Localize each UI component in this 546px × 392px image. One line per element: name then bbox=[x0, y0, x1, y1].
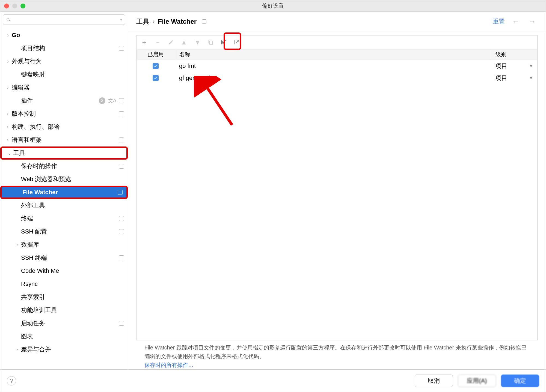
arrow-annotation bbox=[194, 76, 243, 136]
footer: ? 取消 应用(A) 确定 bbox=[0, 369, 546, 392]
sidebar-item[interactable]: ›Web 浏览器和预览 bbox=[0, 173, 128, 186]
level-value: 项目 bbox=[495, 74, 507, 82]
sidebar-item-label: SSH 终端 bbox=[21, 254, 119, 262]
sidebar-item[interactable]: ›Code With Me bbox=[0, 264, 128, 277]
settings-tree[interactable]: ›Go›项目结构›外观与行为›键盘映射›编辑器›插件2文A›版本控制›构建、执行… bbox=[0, 28, 128, 369]
forward-arrow-icon[interactable]: → bbox=[527, 17, 538, 26]
sidebar-item-label: 语言和框架 bbox=[12, 136, 119, 144]
sidebar-item-label: Rsync bbox=[21, 280, 124, 288]
search-input[interactable] bbox=[13, 17, 120, 23]
sidebar-item-label: 终端 bbox=[21, 214, 119, 223]
move-down-button[interactable]: ▼ bbox=[194, 38, 201, 46]
sidebar-item-label: 外部工具 bbox=[21, 201, 124, 210]
copy-button[interactable] bbox=[208, 40, 213, 45]
level-dropdown-icon[interactable]: ▼ bbox=[529, 64, 533, 68]
level-cell[interactable]: 项目▼ bbox=[491, 72, 537, 84]
count-badge: 2 bbox=[99, 97, 105, 104]
chevron-right-icon: › bbox=[13, 347, 21, 352]
move-up-button[interactable]: ▲ bbox=[181, 38, 187, 46]
sidebar-item[interactable]: ›SSH 配置 bbox=[0, 225, 128, 238]
main-header: 工具 › File Watcher 重置 ← → bbox=[128, 12, 546, 31]
col-header-level[interactable]: 级别 bbox=[491, 49, 537, 60]
search-icon bbox=[6, 17, 11, 22]
scope-icon bbox=[119, 216, 124, 221]
sidebar-item[interactable]: ›功能培训工具 bbox=[0, 304, 128, 317]
import-button[interactable] bbox=[221, 39, 227, 45]
chevron-right-icon: › bbox=[13, 242, 21, 247]
sidebar: ▾ ›Go›项目结构›外观与行为›键盘映射›编辑器›插件2文A›版本控制›构建、… bbox=[0, 12, 128, 369]
sidebar-item-label: Go bbox=[12, 32, 124, 39]
apply-button[interactable]: 应用(A) bbox=[458, 375, 496, 387]
enabled-checkbox[interactable] bbox=[153, 63, 159, 69]
sidebar-item-label: 差异与合并 bbox=[21, 345, 124, 354]
sidebar-item[interactable]: ›编辑器 bbox=[0, 81, 128, 94]
svg-line-0 bbox=[205, 84, 232, 125]
sidebar-item[interactable]: ›语言和框架 bbox=[0, 133, 128, 146]
preferences-window: 偏好设置 ▾ ›Go›项目结构›外观与行为›键盘映射›编辑器›插件2文A›版本控… bbox=[0, 0, 546, 392]
sidebar-item[interactable]: ›键盘映射 bbox=[0, 68, 128, 81]
save-actions-link[interactable]: 保存时的所有操作… bbox=[144, 362, 194, 368]
language-icon: 文A bbox=[108, 97, 116, 104]
window-title: 偏好设置 bbox=[262, 2, 284, 10]
sidebar-item[interactable]: ›启动任务 bbox=[0, 317, 128, 330]
sidebar-item[interactable]: ›SSH 终端 bbox=[0, 251, 128, 264]
sidebar-item[interactable]: ›版本控制 bbox=[0, 107, 128, 120]
titlebar: 偏好设置 bbox=[0, 0, 546, 12]
scope-icon bbox=[119, 255, 124, 260]
breadcrumb-root[interactable]: 工具 bbox=[136, 17, 149, 26]
maximize-window-button[interactable] bbox=[20, 4, 25, 8]
description-text: File Watcher 跟踪对项目文件的变更，并使用指定的形参运行配置的第三方… bbox=[136, 340, 538, 369]
table-row[interactable]: gf gen service项目▼ bbox=[136, 72, 537, 84]
chevron-right-icon: › bbox=[4, 111, 12, 116]
chevron-down-icon: ▾ bbox=[120, 17, 122, 22]
sidebar-item[interactable]: ›外观与行为 bbox=[0, 55, 128, 68]
scope-icon bbox=[119, 164, 124, 169]
back-arrow-icon[interactable]: ← bbox=[510, 17, 521, 26]
help-button[interactable]: ? bbox=[7, 376, 16, 385]
sidebar-item[interactable]: ›图表 bbox=[0, 330, 128, 343]
enabled-checkbox[interactable] bbox=[153, 75, 159, 81]
sidebar-item[interactable]: ›保存时的操作 bbox=[0, 160, 128, 173]
sidebar-item[interactable]: ›终端 bbox=[0, 212, 128, 225]
export-button[interactable] bbox=[234, 39, 240, 45]
header-actions: 重置 ← → bbox=[493, 17, 538, 26]
col-header-name[interactable]: 名称 bbox=[175, 49, 491, 60]
sidebar-item[interactable]: ›插件2文A bbox=[0, 94, 128, 107]
sidebar-item-label: Web 浏览器和预览 bbox=[21, 175, 124, 183]
chevron-right-icon: › bbox=[4, 85, 12, 90]
cancel-button[interactable]: 取消 bbox=[415, 375, 453, 387]
search-box[interactable]: ▾ bbox=[3, 14, 125, 25]
sidebar-item[interactable]: ›项目结构 bbox=[0, 42, 128, 55]
sidebar-item[interactable]: ›共享索引 bbox=[0, 291, 128, 304]
watcher-name-cell: gf gen service bbox=[175, 72, 491, 84]
sidebar-item[interactable]: ⌄工具 bbox=[0, 146, 128, 160]
scope-icon bbox=[118, 190, 123, 195]
table-toolbar: ＋ － ▲ ▼ bbox=[136, 35, 538, 49]
sidebar-item[interactable]: ›差异与合并 bbox=[0, 343, 128, 356]
minimize-window-button[interactable] bbox=[12, 4, 17, 8]
sidebar-item[interactable]: ›外部工具 bbox=[0, 199, 128, 212]
reset-button[interactable]: 重置 bbox=[493, 17, 505, 26]
sidebar-item[interactable]: ›构建、执行、部署 bbox=[0, 120, 128, 133]
chevron-right-icon: › bbox=[4, 33, 12, 38]
table-row[interactable]: go fmt项目▼ bbox=[136, 60, 537, 72]
remove-button[interactable]: － bbox=[155, 38, 161, 47]
level-cell[interactable]: 项目▼ bbox=[491, 60, 537, 72]
body: ▾ ›Go›项目结构›外观与行为›键盘映射›编辑器›插件2文A›版本控制›构建、… bbox=[0, 12, 546, 392]
footer-buttons: 取消 应用(A) 确定 bbox=[415, 375, 539, 387]
sidebar-item[interactable]: ›Go bbox=[0, 29, 128, 42]
sidebar-item-label: 工具 bbox=[13, 149, 123, 157]
sidebar-item[interactable]: ›数据库 bbox=[0, 238, 128, 251]
col-header-enabled[interactable]: 已启用 bbox=[136, 49, 175, 60]
sidebar-item-label: File Watcher bbox=[22, 189, 118, 196]
sidebar-item[interactable]: ›Rsync bbox=[0, 277, 128, 291]
scope-icon bbox=[119, 321, 124, 326]
scope-icon bbox=[119, 229, 124, 234]
add-button[interactable]: ＋ bbox=[141, 38, 147, 47]
ok-button[interactable]: 确定 bbox=[501, 375, 539, 387]
sidebar-item-label: 版本控制 bbox=[12, 110, 119, 118]
edit-button[interactable] bbox=[168, 40, 174, 45]
close-window-button[interactable] bbox=[4, 4, 9, 8]
level-dropdown-icon[interactable]: ▼ bbox=[529, 76, 533, 80]
sidebar-item[interactable]: ›File Watcher bbox=[0, 186, 128, 199]
